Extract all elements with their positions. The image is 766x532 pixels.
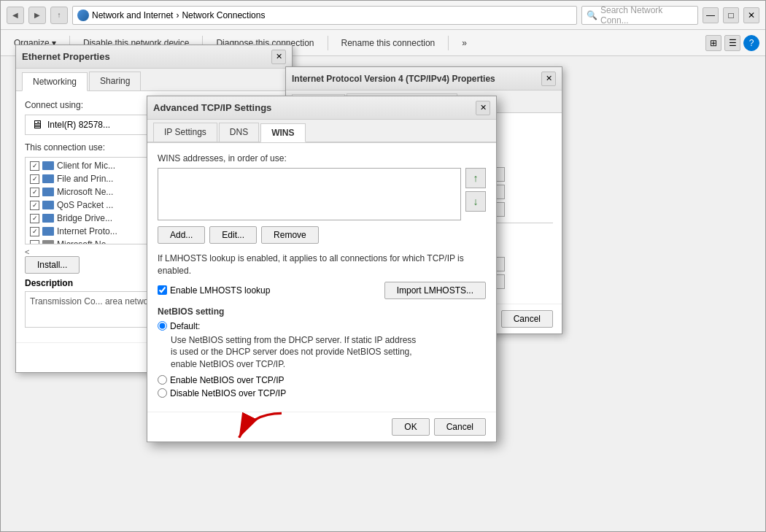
- address-segment2: Network Connections: [182, 10, 265, 20]
- address-sep1: ›: [176, 10, 179, 20]
- install-button[interactable]: Install...: [25, 256, 80, 274]
- conn-icon-1: [42, 161, 54, 170]
- tab-sharing[interactable]: Sharing: [89, 72, 141, 90]
- wins-area-row: ↑ ↓: [158, 168, 486, 220]
- search-bar[interactable]: 🔍 Search Network Conn...: [581, 6, 698, 25]
- more-button[interactable]: »: [454, 35, 474, 51]
- ethernet-tabs: Networking Sharing: [16, 69, 292, 91]
- netbios-disable-radio[interactable]: [158, 388, 167, 398]
- add-button[interactable]: Add...: [158, 226, 205, 244]
- netbios-enable-radio[interactable]: [158, 375, 167, 385]
- search-icon: 🔍: [587, 10, 597, 20]
- conn-icon-5: [42, 214, 54, 223]
- search-placeholder: Search Network Conn...: [600, 5, 693, 26]
- red-arrow: [227, 407, 300, 444]
- device-name: Intel(R) 82578...: [47, 120, 110, 130]
- wins-list[interactable]: [158, 168, 461, 220]
- wins-label: WINS addresses, in order of use:: [158, 153, 486, 163]
- lmhosts-desc: If LMHOSTS lookup is enabled, it applies…: [158, 252, 486, 277]
- conn-checkbox-3[interactable]: [30, 188, 39, 197]
- lmhosts-checkbox-row: Enable LMHOSTS lookup: [158, 285, 270, 296]
- tab-wins[interactable]: WINS: [260, 123, 305, 142]
- wins-up-button[interactable]: ↑: [465, 168, 486, 188]
- ethernet-titlebar: Ethernet Properties ✕: [16, 45, 292, 69]
- ipv4-titlebar: Internet Protocol Version 4 (TCP/IPv4) P…: [286, 67, 562, 90]
- tab-ip-settings[interactable]: IP Settings: [153, 123, 217, 142]
- lmhosts-checkbox[interactable]: [158, 285, 167, 295]
- netbios-enable-label: Enable NetBIOS over TCP/IP: [170, 375, 285, 385]
- conn-checkbox-5[interactable]: [30, 214, 39, 223]
- up-button[interactable]: ↑: [50, 7, 68, 24]
- conn-label-3: Microsoft Ne...: [57, 187, 113, 197]
- address-icon: [77, 9, 89, 21]
- netbios-enable-row: Enable NetBIOS over TCP/IP: [158, 375, 486, 385]
- ipv4-title: Internet Protocol Version 4 (TCP/IPv4) P…: [292, 74, 495, 84]
- conn-checkbox-7[interactable]: [30, 240, 39, 245]
- maximize-button[interactable]: □: [723, 7, 739, 23]
- conn-icon-6: [42, 227, 54, 236]
- conn-label-4: QoS Packet ...: [57, 200, 113, 210]
- back-button[interactable]: ◀: [7, 7, 24, 24]
- lmhosts-label: Enable LMHOSTS lookup: [170, 285, 270, 296]
- netbios-default-label: Default:: [170, 321, 200, 331]
- address-segment1: Network and Internet: [92, 10, 173, 20]
- wins-buttons: ↑ ↓: [465, 168, 486, 220]
- conn-icon-4: [42, 201, 54, 209]
- tab-networking[interactable]: Networking: [22, 72, 88, 91]
- ipv4-close-button[interactable]: ✕: [541, 72, 556, 86]
- advanced-titlebar: Advanced TCP/IP Settings ✕: [147, 96, 496, 120]
- netbios-section: NetBIOS setting Default: Use NetBIOS set…: [158, 307, 486, 398]
- conn-label-2: File and Prin...: [57, 174, 113, 184]
- toolbar-separator3: [328, 36, 328, 50]
- conn-checkbox-1[interactable]: [30, 161, 39, 171]
- forward-button[interactable]: ▶: [28, 7, 46, 24]
- wins-down-button[interactable]: ↓: [465, 191, 486, 212]
- conn-label-5: Bridge Drive...: [57, 213, 112, 223]
- conn-icon-3: [42, 188, 54, 196]
- edit-button[interactable]: Edit...: [209, 226, 257, 244]
- address-bar[interactable]: Network and Internet › Network Connectio…: [72, 6, 577, 25]
- conn-label-7: Microsoft Ne...: [57, 239, 113, 244]
- toolbar-right: ⊞ ☰ ?: [705, 35, 759, 51]
- tab-dns[interactable]: DNS: [219, 123, 259, 142]
- netbios-label: NetBIOS setting: [158, 307, 486, 317]
- close-button[interactable]: ✕: [743, 7, 759, 23]
- conn-checkbox-2[interactable]: [30, 174, 39, 184]
- import-lmhosts-button[interactable]: Import LMHOSTS...: [384, 282, 486, 299]
- remove-button[interactable]: Remove: [261, 226, 319, 244]
- advanced-ok-button[interactable]: OK: [392, 418, 429, 436]
- advanced-tabs: IP Settings DNS WINS: [147, 120, 496, 143]
- explorer-window: ◀ ▶ ↑ Network and Internet › Network Con…: [0, 0, 766, 532]
- conn-label-1: Client for Mic...: [57, 161, 115, 171]
- ethernet-dialog-title: Ethernet Properties: [22, 51, 110, 62]
- lmhosts-section: If LMHOSTS lookup is enabled, it applies…: [158, 252, 486, 299]
- advanced-footer: OK Cancel: [147, 412, 496, 442]
- rename-button[interactable]: Rename this connection: [334, 35, 443, 51]
- advanced-title: Advanced TCP/IP Settings: [153, 102, 271, 113]
- advanced-close-button[interactable]: ✕: [476, 101, 490, 115]
- conn-icon-2: [42, 174, 54, 183]
- conn-label-6: Internet Proto...: [57, 226, 117, 236]
- view-list-button[interactable]: ☰: [724, 35, 740, 51]
- toolbar-separator4: [448, 36, 449, 50]
- conn-checkbox-4[interactable]: [30, 201, 39, 210]
- view-options-button[interactable]: ⊞: [705, 35, 721, 51]
- lmhosts-row: Enable LMHOSTS lookup Import LMHOSTS...: [158, 282, 486, 299]
- action-buttons: Add... Edit... Remove: [158, 226, 486, 244]
- help-button[interactable]: ?: [743, 35, 759, 51]
- ethernet-close-button[interactable]: ✕: [271, 50, 286, 64]
- advanced-content: WINS addresses, in order of use: ↑ ↓ Add…: [147, 143, 496, 412]
- netbios-disable-row: Disable NetBIOS over TCP/IP: [158, 388, 486, 398]
- netbios-default-row: Default:: [158, 321, 486, 331]
- netbios-disable-label: Disable NetBIOS over TCP/IP: [170, 388, 286, 398]
- device-icon: 🖥: [31, 118, 43, 131]
- advanced-dialog: Advanced TCP/IP Settings ✕ IP Settings D…: [147, 96, 497, 442]
- advanced-cancel-button[interactable]: Cancel: [434, 418, 486, 436]
- minimize-button[interactable]: —: [703, 7, 719, 23]
- ipv4-cancel-button[interactable]: Cancel: [501, 310, 553, 328]
- netbios-default-desc: Use NetBIOS setting from the DHCP server…: [171, 334, 486, 371]
- conn-checkbox-6[interactable]: [30, 227, 39, 236]
- netbios-default-radio[interactable]: [158, 321, 167, 331]
- title-bar: ◀ ▶ ↑ Network and Internet › Network Con…: [1, 1, 765, 30]
- conn-icon-7: [42, 240, 54, 244]
